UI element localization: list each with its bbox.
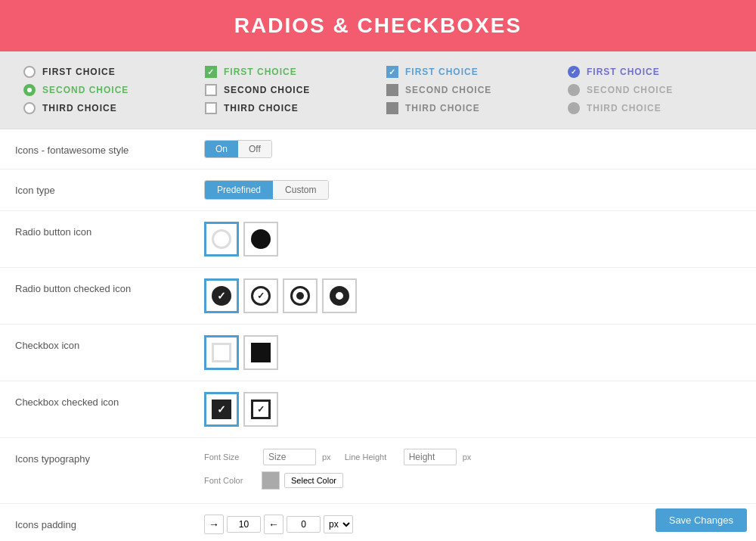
- padding-input-1[interactable]: [227, 516, 261, 533]
- font-size-label: Font Size: [204, 452, 257, 462]
- checkbox-checked-green-icon: [204, 65, 218, 79]
- checkbox-icon-option-1[interactable]: [204, 335, 239, 370]
- preview-item: THIRD CHOICE: [567, 101, 733, 115]
- preview-item: FIRST CHOICE: [567, 65, 733, 79]
- radio-empty-icon: [23, 65, 36, 79]
- preview-label: SECOND CHOICE: [224, 85, 310, 95]
- icons-padding-row: Icons padding → ← px: [0, 504, 756, 541]
- preview-label: THIRD CHOICE: [42, 103, 117, 113]
- line-height-unit: px: [463, 452, 472, 462]
- radio-checked-option-1[interactable]: [204, 278, 239, 313]
- preview-label: FIRST CHOICE: [224, 67, 297, 77]
- icons-padding-label: Icons padding: [15, 515, 204, 530]
- padding-decrement-2[interactable]: ←: [264, 515, 284, 534]
- radio-checked-option-2[interactable]: [243, 278, 278, 313]
- fontawesome-off-button[interactable]: Off: [238, 141, 271, 157]
- icons-fontawesome-control: On Off: [204, 140, 741, 158]
- checkbox-empty-icon-2: [204, 101, 218, 115]
- preview-bar: FIRST CHOICE SECOND CHOICE THIRD CHOICE …: [0, 51, 756, 129]
- icon-type-predefined-button[interactable]: Predefined: [205, 181, 273, 199]
- preview-group-4: FIRST CHOICE SECOND CHOICE THIRD CHOICE: [559, 65, 741, 115]
- preview-label: THIRD CHOICE: [587, 103, 662, 113]
- preview-item: SECOND CHOICE: [204, 83, 370, 97]
- typography-group: Font Size px Line Height px Font Color S…: [204, 449, 741, 490]
- preview-item: FIRST CHOICE: [386, 65, 552, 79]
- checkbox-icon-row: Checkbox icon: [0, 325, 756, 381]
- icon-type-toggle[interactable]: Predefined Custom: [204, 180, 329, 200]
- preview-item: SECOND CHOICE: [567, 83, 733, 97]
- icons-typography-control: Font Size px Line Height px Font Color S…: [204, 449, 741, 490]
- page-title: RADIOS & CHECKBOXES: [0, 0, 756, 51]
- checkbox-blue-icon: [386, 65, 399, 79]
- preview-item: THIRD CHOICE: [386, 101, 552, 115]
- padding-group-1: → ← px: [204, 515, 353, 534]
- preview-label: FIRST CHOICE: [587, 67, 660, 77]
- checkbox-checked-option-2[interactable]: [243, 392, 278, 427]
- checkbox-checked-icon-label: Checkbox checked icon: [15, 392, 204, 408]
- preview-group-2: FIRST CHOICE SECOND CHOICE THIRD CHOICE: [197, 65, 378, 115]
- icons-fontawesome-row: Icons - fontawesome style On Off: [0, 129, 756, 169]
- preview-item: THIRD CHOICE: [23, 101, 189, 115]
- line-height-label: Line Height: [345, 452, 398, 462]
- checkbox-checked-icon-control: [204, 392, 741, 427]
- checkbox-gray-icon: [386, 83, 399, 97]
- font-color-label: Font Color: [204, 476, 257, 485]
- radio-checked-option-4[interactable]: [322, 278, 357, 313]
- radio-checked-green-icon: [23, 83, 36, 97]
- save-changes-button[interactable]: Save Changes: [655, 508, 747, 532]
- radio-button-icon-label: Radio button icon: [15, 222, 204, 238]
- checkbox-empty-icon: [204, 83, 218, 97]
- icons-typography-label: Icons typography: [15, 449, 204, 465]
- font-size-unit: px: [322, 452, 331, 462]
- icons-fontawesome-label: Icons - fontawesome style: [15, 140, 204, 156]
- preview-label: THIRD CHOICE: [224, 103, 299, 113]
- settings-panel: Icons - fontawesome style On Off Icon ty…: [0, 129, 756, 541]
- radio-icon-option-2[interactable]: [243, 222, 278, 257]
- padding-unit-select[interactable]: px: [324, 515, 353, 533]
- radio-gray-icon-2: [567, 101, 581, 115]
- radio-purple-icon: [567, 65, 581, 79]
- padding-input-2[interactable]: [287, 516, 321, 533]
- radio-checked-icon-row: Radio button checked icon: [0, 268, 756, 325]
- icons-fontawesome-toggle[interactable]: On Off: [204, 140, 272, 158]
- font-color-row: Font Color Select Color: [204, 471, 741, 490]
- preview-label: FIRST CHOICE: [405, 67, 479, 77]
- radio-empty-icon-2: [23, 101, 36, 115]
- font-color-swatch: [262, 471, 280, 490]
- checkbox-gray-icon-2: [386, 101, 399, 115]
- preview-item: SECOND CHOICE: [23, 83, 189, 97]
- checkbox-icon-control: [204, 335, 741, 370]
- fontawesome-on-button[interactable]: On: [205, 141, 238, 157]
- preview-group-3: FIRST CHOICE SECOND CHOICE THIRD CHOICE: [378, 65, 559, 115]
- line-height-input[interactable]: [404, 449, 457, 465]
- font-size-input[interactable]: [263, 449, 316, 465]
- checkbox-checked-option-1[interactable]: [204, 392, 239, 427]
- checkbox-icon-label: Checkbox icon: [15, 335, 204, 351]
- checkbox-checked-icon-row: Checkbox checked icon: [0, 381, 756, 438]
- icon-type-label: Icon type: [15, 180, 204, 196]
- icons-typography-row: Icons typography Font Size px Line Heigh…: [0, 438, 756, 504]
- preview-label: THIRD CHOICE: [405, 103, 480, 113]
- preview-label: SECOND CHOICE: [587, 85, 673, 95]
- radio-checked-icon-label: Radio button checked icon: [15, 278, 204, 294]
- preview-group-1: FIRST CHOICE SECOND CHOICE THIRD CHOICE: [15, 65, 197, 115]
- checkbox-icon-option-2[interactable]: [243, 335, 278, 370]
- radio-button-icon-row: Radio button icon: [0, 211, 756, 268]
- icon-type-row: Icon type Predefined Custom: [0, 169, 756, 211]
- radio-icon-option-1[interactable]: [204, 222, 239, 257]
- icon-type-custom-button[interactable]: Custom: [273, 181, 328, 199]
- select-color-button[interactable]: Select Color: [284, 473, 343, 488]
- padding-decrement-1[interactable]: →: [204, 515, 224, 534]
- preview-item: FIRST CHOICE: [23, 65, 189, 79]
- preview-item: SECOND CHOICE: [386, 83, 552, 97]
- icon-type-control: Predefined Custom: [204, 180, 741, 200]
- preview-label: SECOND CHOICE: [405, 85, 491, 95]
- radio-checked-icon-control: [204, 278, 741, 313]
- font-size-row: Font Size px Line Height px: [204, 449, 741, 465]
- radio-button-icon-control: [204, 222, 741, 257]
- preview-label: SECOND CHOICE: [42, 85, 129, 95]
- preview-item: FIRST CHOICE: [204, 65, 370, 79]
- radio-checked-option-3[interactable]: [283, 278, 318, 313]
- preview-label: FIRST CHOICE: [42, 67, 116, 77]
- radio-gray-icon: [567, 83, 581, 97]
